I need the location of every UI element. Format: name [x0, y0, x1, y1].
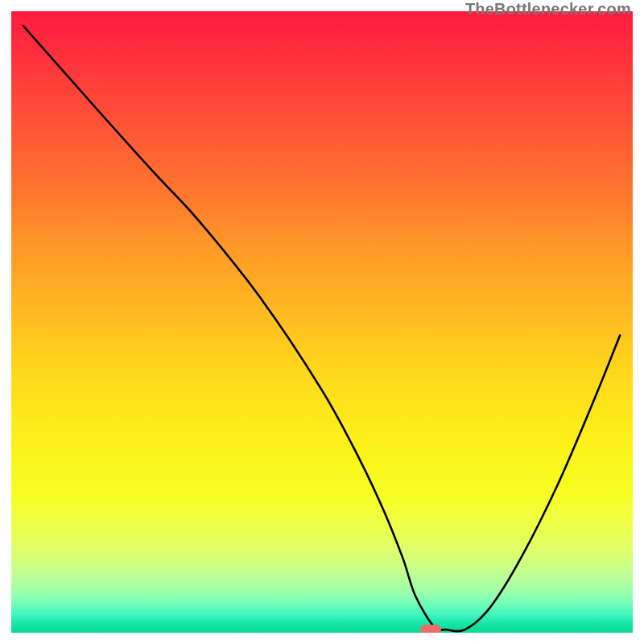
plot-group — [23, 25, 621, 634]
bottleneck-chart: TheBottlenecker.com — [0, 0, 644, 644]
chart-svg — [0, 0, 644, 644]
optimal-marker — [420, 625, 441, 634]
bottleneck-curve-path — [23, 25, 621, 631]
